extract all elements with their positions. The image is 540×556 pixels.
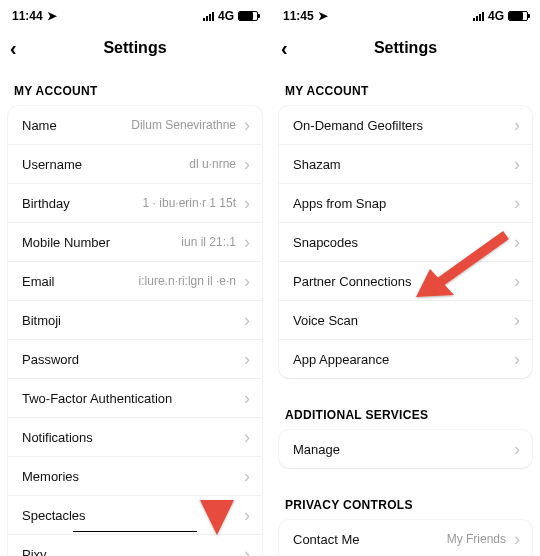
row-value: iun il 21:.1 [181, 235, 236, 249]
row-password[interactable]: Password› [8, 339, 262, 378]
nav-bar: ‹ Settings [0, 26, 270, 70]
row-voice-scan[interactable]: Voice Scan› [279, 300, 532, 339]
chevron-right-icon: › [514, 530, 520, 548]
chevron-right-icon: › [514, 194, 520, 212]
chevron-right-icon: › [514, 272, 520, 290]
row-label: Partner Connections [293, 274, 412, 289]
row-two-factor-authentication[interactable]: Two-Factor Authentication› [8, 378, 262, 417]
row-label: Username [22, 157, 82, 172]
network-label: 4G [488, 9, 504, 23]
row-username[interactable]: Usernamedl u·nrne› [8, 144, 262, 183]
my-account-list: NameDilum Senevirathne›Usernamedl u·nrne… [8, 106, 262, 556]
row-memories[interactable]: Memories› [8, 456, 262, 495]
section-header-privacy: PRIVACY CONTROLS [271, 484, 540, 520]
row-on-demand-geofilters[interactable]: On-Demand Geofilters› [279, 106, 532, 144]
chevron-right-icon: › [514, 233, 520, 251]
chevron-right-icon: › [514, 155, 520, 173]
back-button[interactable]: ‹ [10, 37, 17, 60]
row-birthday[interactable]: Birthday1 · ibu·erin·r 1 15t› [8, 183, 262, 222]
section-header-my-account: MY ACCOUNT [271, 70, 540, 106]
privacy-controls-list: Contact MeMy Friends›View My StoryMy Fri… [279, 520, 532, 556]
row-label: Voice Scan [293, 313, 358, 328]
row-partner-connections[interactable]: Partner Connections› [279, 261, 532, 300]
location-icon: ➤ [318, 9, 328, 23]
row-apps-from-snap[interactable]: Apps from Snap› [279, 183, 532, 222]
row-email[interactable]: Emaili:lure.n·ri:lgn il ·e·n› [8, 261, 262, 300]
row-label: Name [22, 118, 57, 133]
row-value: i:lure.n·ri:lgn il ·e·n [139, 274, 236, 288]
chevron-right-icon: › [244, 116, 250, 134]
row-label: App Appearance [293, 352, 389, 367]
row-name[interactable]: NameDilum Senevirathne› [8, 106, 262, 144]
row-mobile-number[interactable]: Mobile Numberiun il 21:.1› [8, 222, 262, 261]
chevron-right-icon: › [244, 428, 250, 446]
chevron-right-icon: › [244, 467, 250, 485]
chevron-right-icon: › [244, 506, 250, 524]
chevron-right-icon: › [244, 389, 250, 407]
row-label: Two-Factor Authentication [22, 391, 172, 406]
row-label: Mobile Number [22, 235, 110, 250]
row-bitmoji[interactable]: Bitmoji› [8, 300, 262, 339]
row-label: Email [22, 274, 55, 289]
left-screenshot: 11:44 ➤ 4G ‹ Settings MY ACCOUNT NameDil… [0, 0, 270, 556]
section-header-additional: ADDITIONAL SERVICES [271, 394, 540, 430]
chevron-right-icon: › [514, 116, 520, 134]
page-title: Settings [103, 39, 166, 57]
battery-icon [238, 11, 258, 21]
row-label: Notifications [22, 430, 93, 445]
row-spectacles[interactable]: Spectacles› [8, 495, 262, 534]
row-value: 1 · ibu·erin·r 1 15t [143, 196, 236, 210]
row-pixy[interactable]: Pixy› [8, 534, 262, 556]
row-label: On-Demand Geofilters [293, 118, 423, 133]
chevron-right-icon: › [244, 545, 250, 556]
back-button[interactable]: ‹ [281, 37, 288, 60]
network-label: 4G [218, 9, 234, 23]
signal-icon [473, 11, 484, 21]
chevron-right-icon: › [244, 272, 250, 290]
row-label: Apps from Snap [293, 196, 386, 211]
nav-bar: ‹ Settings [271, 26, 540, 70]
additional-services-list: Manage› [279, 430, 532, 468]
status-bar: 11:45 ➤ 4G [271, 6, 540, 26]
chevron-right-icon: › [244, 350, 250, 368]
my-account-list-right: On-Demand Geofilters›Shazam›Apps from Sn… [279, 106, 532, 378]
chevron-right-icon: › [244, 311, 250, 329]
battery-icon [508, 11, 528, 21]
chevron-right-icon: › [244, 194, 250, 212]
row-label: Memories [22, 469, 79, 484]
chevron-right-icon: › [244, 233, 250, 251]
row-label: Manage [293, 442, 340, 457]
section-header-my-account: MY ACCOUNT [0, 70, 270, 106]
row-label: Contact Me [293, 532, 359, 547]
row-label: Spectacles [22, 508, 86, 523]
row-label: Password [22, 352, 79, 367]
row-manage[interactable]: Manage› [279, 430, 532, 468]
row-value: dl u·nrne [189, 157, 236, 171]
location-icon: ➤ [47, 9, 57, 23]
row-label: Birthday [22, 196, 70, 211]
chevron-right-icon: › [244, 155, 250, 173]
status-bar: 11:44 ➤ 4G [0, 6, 270, 26]
row-value: Dilum Senevirathne [131, 118, 236, 132]
chevron-right-icon: › [514, 350, 520, 368]
status-time: 11:45 [283, 9, 314, 23]
right-screenshot: 11:45 ➤ 4G ‹ Settings MY ACCOUNT On-Dema… [270, 0, 540, 556]
page-title: Settings [374, 39, 437, 57]
row-contact-me[interactable]: Contact MeMy Friends› [279, 520, 532, 556]
row-label: Bitmoji [22, 313, 61, 328]
chevron-right-icon: › [514, 440, 520, 458]
row-label: Snapcodes [293, 235, 358, 250]
row-shazam[interactable]: Shazam› [279, 144, 532, 183]
row-app-appearance[interactable]: App Appearance› [279, 339, 532, 378]
row-value: My Friends [447, 532, 506, 546]
scroll-area-left[interactable]: MY ACCOUNT NameDilum Senevirathne›Userna… [0, 70, 270, 556]
row-snapcodes[interactable]: Snapcodes› [279, 222, 532, 261]
row-label: Shazam [293, 157, 341, 172]
signal-icon [203, 11, 214, 21]
home-indicator [73, 531, 197, 532]
row-notifications[interactable]: Notifications› [8, 417, 262, 456]
scroll-area-right[interactable]: MY ACCOUNT On-Demand Geofilters›Shazam›A… [271, 70, 540, 556]
row-label: Pixy [22, 547, 47, 557]
status-time: 11:44 [12, 9, 43, 23]
chevron-right-icon: › [514, 311, 520, 329]
